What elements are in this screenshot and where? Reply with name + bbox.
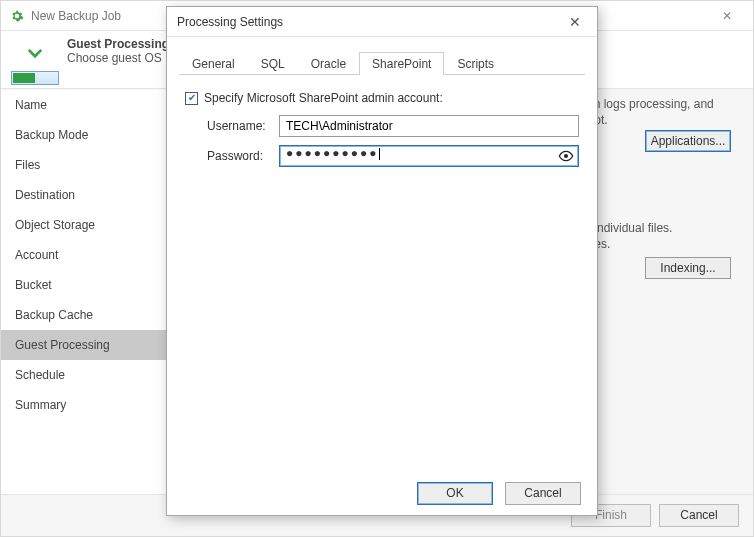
password-input[interactable]: ●●●●●●●●●●	[279, 145, 579, 167]
dialog-titlebar: Processing Settings ✕	[167, 7, 597, 37]
nav-item-bucket[interactable]: Bucket	[1, 270, 178, 300]
nav-item-backup-cache[interactable]: Backup Cache	[1, 300, 178, 330]
tab-pane-sharepoint: ✔ Specify Microsoft SharePoint admin acc…	[167, 75, 597, 187]
tab-oracle[interactable]: Oracle	[298, 52, 359, 75]
username-input[interactable]	[279, 115, 579, 137]
tab-sql[interactable]: SQL	[248, 52, 298, 75]
content-text-indexing: of individual files.eries.	[581, 220, 731, 252]
content-text-apps: tion logs processing, andboot.	[581, 96, 731, 128]
specify-account-checkbox-row[interactable]: ✔ Specify Microsoft SharePoint admin acc…	[185, 91, 579, 105]
tab-scripts[interactable]: Scripts	[444, 52, 507, 75]
nav-item-schedule[interactable]: Schedule	[1, 360, 178, 390]
applications-button[interactable]: Applications...	[645, 130, 731, 152]
nav-item-object-storage[interactable]: Object Storage	[1, 210, 178, 240]
wizard-header-subtitle: Choose guest OS	[67, 51, 169, 65]
nav-item-summary[interactable]: Summary	[1, 390, 178, 420]
tab-general[interactable]: General	[179, 52, 248, 75]
gear-icon	[9, 8, 25, 24]
wizard-nav: Name Backup Mode Files Destination Objec…	[1, 90, 179, 494]
checkbox-icon[interactable]: ✔	[185, 92, 198, 105]
nav-item-name[interactable]: Name	[1, 90, 178, 120]
nav-item-destination[interactable]: Destination	[1, 180, 178, 210]
svg-point-0	[564, 154, 568, 158]
backup-icon	[15, 37, 55, 77]
dialog-title: Processing Settings	[177, 15, 563, 29]
reveal-password-icon[interactable]	[557, 147, 575, 165]
processing-settings-dialog: Processing Settings ✕ General SQL Oracle…	[166, 6, 598, 516]
dialog-close-button[interactable]: ✕	[563, 14, 587, 30]
wizard-header-title: Guest Processing	[67, 37, 169, 51]
dialog-cancel-button[interactable]: Cancel	[505, 482, 581, 505]
dialog-footer: OK Cancel	[167, 471, 597, 515]
nav-item-backup-mode[interactable]: Backup Mode	[1, 120, 178, 150]
wizard-close-button[interactable]: ✕	[709, 9, 745, 23]
nav-item-files[interactable]: Files	[1, 150, 178, 180]
ok-button[interactable]: OK	[417, 482, 493, 505]
cancel-button[interactable]: Cancel	[659, 504, 739, 527]
nav-item-account[interactable]: Account	[1, 240, 178, 270]
tab-sharepoint[interactable]: SharePoint	[359, 52, 444, 75]
nav-item-guest-processing[interactable]: Guest Processing	[1, 330, 178, 360]
checkbox-label: Specify Microsoft SharePoint admin accou…	[204, 91, 443, 105]
username-label: Username:	[207, 119, 279, 133]
dialog-tabs: General SQL Oracle SharePoint Scripts	[179, 51, 585, 75]
password-label: Password:	[207, 149, 279, 163]
indexing-button[interactable]: Indexing...	[645, 257, 731, 279]
